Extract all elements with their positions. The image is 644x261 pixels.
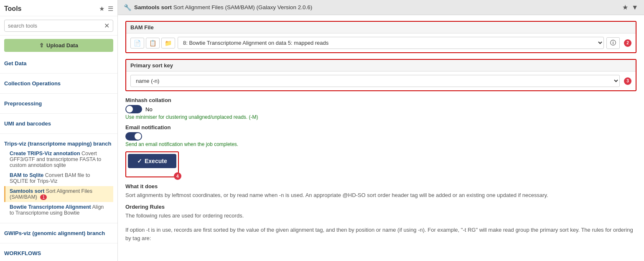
sidebar-tool-bam-sqlite[interactable]: BAM to Sqlite Convert BAM file to SQLITE… bbox=[4, 170, 113, 186]
what-it-does-text: Sort alignments by leftmost coordinates,… bbox=[125, 191, 636, 200]
what-it-does-title: What it does bbox=[125, 183, 636, 189]
sort-key-select[interactable]: name (-n) bbox=[130, 75, 620, 87]
minhash-hint: Use minimiser for clustering unaligned/u… bbox=[125, 114, 636, 120]
tool-header: 🔧 Samtools sort Sort Alignment Files (SA… bbox=[118, 0, 644, 15]
minhash-body: No bbox=[125, 105, 636, 113]
minhash-knob bbox=[126, 106, 133, 113]
ordering-rules-title: Ordering Rules bbox=[125, 204, 636, 210]
sidebar-section-workflows: WORKFLOWS bbox=[0, 245, 117, 261]
list-icon[interactable]: ☰ bbox=[108, 5, 113, 13]
tool-name-samtools: Samtools sort bbox=[10, 188, 44, 194]
sidebar-item-get-data[interactable]: Get Data bbox=[4, 59, 113, 68]
bam-new-file-button[interactable]: 📄 bbox=[130, 38, 144, 49]
sidebar-section-get-data: Get Data bbox=[0, 55, 117, 72]
sidebar-title: Tools bbox=[4, 5, 21, 13]
bam-file-label: BAM File bbox=[126, 22, 636, 33]
tool-header-title: Samtools sort Sort Alignment Files (SAM/… bbox=[134, 4, 312, 10]
sidebar: Tools ★ ☰ ✕ ⇧ Upload Data Get Data Colle… bbox=[0, 0, 118, 261]
email-row: Email notification Send an email notific… bbox=[125, 124, 636, 147]
execute-badge: 4 bbox=[174, 172, 181, 180]
sidebar-item-workflows[interactable]: WORKFLOWS bbox=[4, 248, 113, 258]
sidebar-header-icons: ★ ☰ bbox=[99, 5, 113, 13]
sidebar-item-gwips[interactable]: GWIPs-viz (genomic alignment) branch bbox=[4, 228, 113, 238]
sidebar-section-gwips: GWIPs-viz (genomic alignment) branch bbox=[0, 225, 117, 241]
minhash-value: No bbox=[145, 106, 153, 113]
bam-icons: 📄 📋 📁 bbox=[130, 38, 175, 49]
minhash-label: Minhash collation bbox=[125, 97, 636, 103]
upload-data-label: Upload Data bbox=[46, 42, 78, 49]
email-knob bbox=[135, 133, 141, 140]
execute-label: Execute bbox=[145, 158, 167, 164]
tool-header-left: 🔧 Samtools sort Sort Alignment Files (SA… bbox=[124, 4, 312, 11]
bam-file-badge: 2 bbox=[624, 39, 631, 47]
search-input-wrap: ✕ bbox=[4, 20, 113, 32]
sidebar-section-umi: UMI and barcodes bbox=[0, 115, 117, 132]
sidebar-item-collection-operations[interactable]: Collection Operations bbox=[4, 79, 113, 88]
wrench-icon: 🔧 bbox=[124, 4, 132, 11]
search-box: ✕ bbox=[0, 16, 117, 36]
tool-name-bowtie: Bowtie Transcriptome Alignment bbox=[10, 204, 91, 210]
tool-name-header: Samtools sort bbox=[134, 4, 172, 10]
bam-select-wrap: 8: Bowtie Transcriptome Alignment on dat… bbox=[178, 37, 604, 49]
header-chevron-icon[interactable]: ▼ bbox=[631, 4, 638, 11]
sidebar-item-umi-barcodes[interactable]: UMI and barcodes bbox=[4, 119, 113, 128]
sidebar-tool-samtools-sort[interactable]: Samtools sort Sort Alignment Files (SAM/… bbox=[4, 186, 113, 202]
tool-name-bam-sqlite: BAM to Sqlite bbox=[10, 172, 43, 178]
sort-key-section: Primary sort key name (-n) 3 bbox=[125, 59, 636, 91]
sidebar-section-collection: Collection Operations bbox=[0, 75, 117, 92]
tool-body: BAM File 📄 📋 📁 8: Bowtie Transcriptome A… bbox=[118, 15, 644, 261]
sort-key-body: name (-n) 3 bbox=[126, 72, 636, 90]
sidebar-tool-create-trips-viz[interactable]: Create TRIPS-Viz annotation Covert GFF3/… bbox=[4, 148, 113, 170]
search-input[interactable] bbox=[8, 23, 104, 29]
upload-data-button[interactable]: ⇧ Upload Data bbox=[4, 39, 113, 52]
check-icon: ✓ bbox=[137, 158, 142, 164]
email-toggle[interactable] bbox=[125, 132, 142, 141]
bam-info-button[interactable]: ⓘ bbox=[606, 37, 620, 49]
sidebar-header: Tools ★ ☰ bbox=[0, 0, 117, 16]
bam-file-section: BAM File 📄 📋 📁 8: Bowtie Transcriptome A… bbox=[125, 21, 636, 53]
email-body bbox=[125, 132, 636, 141]
sort-key-badge: 3 bbox=[624, 77, 631, 85]
tool-name-create-trips: Create TRIPS-Viz annotation bbox=[10, 151, 80, 156]
email-hint: Send an email notification when the job … bbox=[125, 141, 636, 147]
execute-button[interactable]: ✓ Execute bbox=[128, 154, 176, 168]
upload-icon: ⇧ bbox=[39, 42, 44, 49]
bam-folder-button[interactable]: 📁 bbox=[161, 38, 175, 49]
minhash-row: Minhash collation No Use minimiser for c… bbox=[125, 97, 636, 120]
bam-copy-button[interactable]: 📋 bbox=[146, 38, 160, 49]
email-label: Email notification bbox=[125, 124, 636, 130]
tool-header-right: ★ ▼ bbox=[622, 3, 638, 11]
samtools-badge: 1 bbox=[40, 194, 47, 200]
main-content: 🔧 Samtools sort Sort Alignment Files (SA… bbox=[118, 0, 644, 261]
header-star-icon[interactable]: ★ bbox=[622, 3, 628, 11]
sidebar-item-preprocessing[interactable]: Preprocessing bbox=[4, 99, 113, 108]
sidebar-tool-bowtie[interactable]: Bowtie Transcriptome Alignment Align to … bbox=[4, 202, 113, 218]
sidebar-item-trips-viz[interactable]: Trips-viz (transcriptome mapping) branch bbox=[4, 139, 113, 148]
sidebar-section-preprocessing: Preprocessing bbox=[0, 95, 117, 112]
tool-desc-header: Sort Alignment Files (SAM/BAM) (Galaxy V… bbox=[173, 4, 312, 10]
ordering-rules-line2: If option -t is in use, records are firs… bbox=[125, 226, 636, 242]
what-it-does-section: What it does Sort alignments by leftmost… bbox=[125, 183, 636, 200]
execute-section: ✓ Execute 4 bbox=[125, 151, 179, 177]
search-clear-icon[interactable]: ✕ bbox=[104, 22, 109, 30]
minhash-toggle[interactable] bbox=[125, 105, 142, 113]
star-icon[interactable]: ★ bbox=[99, 5, 104, 13]
sidebar-section-trips-viz: Trips-viz (transcriptome mapping) branch… bbox=[0, 136, 117, 221]
bam-file-select[interactable]: 8: Bowtie Transcriptome Alignment on dat… bbox=[178, 37, 604, 49]
bam-file-body: 📄 📋 📁 8: Bowtie Transcriptome Alignment … bbox=[126, 33, 636, 52]
ordering-rules-section: Ordering Rules The following rules are u… bbox=[125, 204, 636, 243]
sort-key-label: Primary sort key bbox=[126, 60, 636, 72]
ordering-rules-line1: The following rules are used for orderin… bbox=[125, 212, 636, 220]
